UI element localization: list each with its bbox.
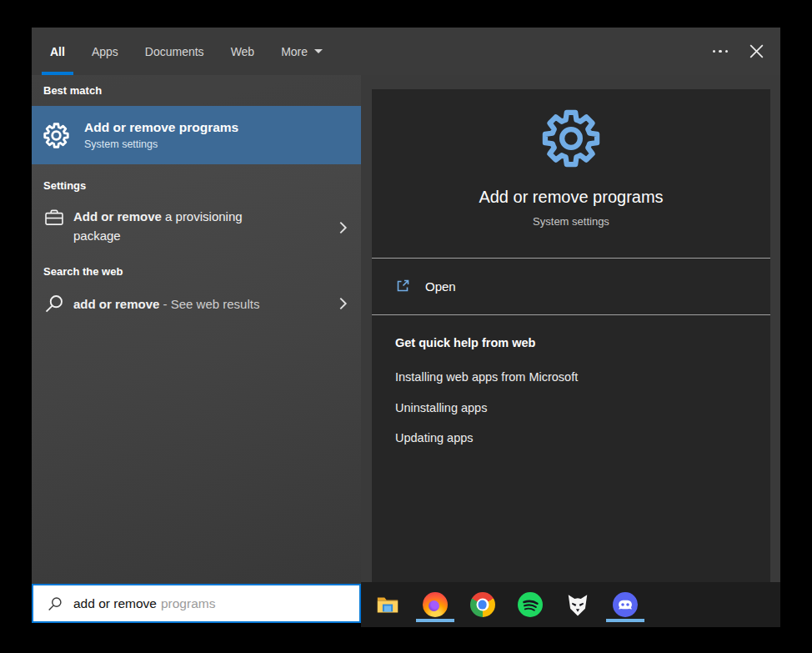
tab-apps[interactable]: Apps: [81, 28, 129, 75]
best-match-header: Best match: [32, 75, 361, 106]
result-text: add or remove - See web results: [73, 294, 315, 314]
tab-apps-label: Apps: [92, 45, 118, 58]
search-results-panel: Best match Add or remove programs System…: [32, 75, 361, 584]
detail-title: Add or remove programs: [372, 188, 770, 207]
desktop-screen: { "colors": { "accent_blue": "#0078d7", …: [0, 0, 812, 653]
chevron-down-icon: [314, 49, 323, 53]
divider: [372, 314, 770, 315]
taskbar-firefox[interactable]: [411, 582, 459, 627]
search-icon: [47, 595, 63, 612]
gear-icon: [542, 109, 600, 168]
result-text: Add or remove a provisioning package: [73, 207, 265, 245]
detail-card: Add or remove programs System settings O…: [372, 89, 770, 582]
taskbar-foobar2000[interactable]: [554, 582, 601, 627]
taskbar-file-explorer[interactable]: [363, 582, 411, 627]
taskbar-discord[interactable]: [601, 582, 649, 627]
best-match-label: Best match: [43, 84, 102, 97]
close-icon: [749, 44, 764, 58]
settings-section-header: Settings: [43, 179, 86, 192]
open-external-icon: [394, 278, 411, 294]
search-typed-text: add or remove: [73, 596, 157, 611]
chrome-icon: [470, 592, 495, 617]
tab-more[interactable]: More: [270, 28, 333, 75]
tab-documents[interactable]: Documents: [134, 28, 215, 75]
spotify-icon: [518, 592, 543, 617]
help-link-updating[interactable]: Updating apps: [395, 431, 474, 445]
tab-all[interactable]: All: [39, 28, 76, 75]
search-icon: [43, 293, 65, 314]
search-tab-bar: All Apps Documents Web More: [32, 28, 780, 75]
tab-web-label: Web: [231, 45, 255, 58]
taskbar-chrome[interactable]: [459, 582, 506, 627]
tabbar-spacer: [333, 28, 699, 75]
best-match-result[interactable]: Add or remove programs System settings: [32, 106, 361, 164]
open-label: Open: [425, 279, 456, 294]
result-web-search[interactable]: add or remove - See web results: [32, 285, 361, 322]
ellipsis-menu-button[interactable]: [699, 28, 742, 75]
chevron-right-icon: [338, 221, 348, 235]
result-provisioning-package[interactable]: Add or remove a provisioning package: [32, 202, 361, 254]
tab-more-label: More: [281, 45, 308, 58]
file-explorer-icon: [375, 592, 400, 617]
gear-icon: [43, 123, 69, 148]
taskbar-spotify[interactable]: [506, 582, 554, 627]
help-section-header: Get quick help from web: [395, 336, 535, 349]
help-link-installing[interactable]: Installing web apps from Microsoft: [395, 370, 578, 384]
best-match-title: Add or remove programs: [84, 120, 238, 135]
briefcase-icon: [43, 207, 65, 229]
close-button[interactable]: [741, 28, 780, 75]
tab-web[interactable]: Web: [220, 28, 266, 75]
best-match-subtitle: System settings: [84, 138, 238, 150]
detail-subtitle: System settings: [372, 215, 770, 228]
open-action[interactable]: Open: [372, 259, 770, 314]
foobar2000-icon: [565, 592, 590, 617]
search-autocomplete-suggestion: programs: [161, 596, 215, 611]
help-link-uninstalling[interactable]: Uninstalling apps: [395, 401, 487, 414]
taskbar: [361, 582, 780, 627]
taskbar-search-input[interactable]: add or remove programs: [32, 584, 361, 623]
tab-documents-label: Documents: [145, 45, 204, 58]
chevron-right-icon: [338, 297, 348, 311]
discord-icon: [613, 592, 638, 617]
tab-all-label: All: [50, 45, 65, 58]
detail-pane: Add or remove programs System settings O…: [361, 75, 780, 582]
firefox-icon: [423, 592, 448, 617]
web-section-header: Search the web: [43, 265, 123, 278]
